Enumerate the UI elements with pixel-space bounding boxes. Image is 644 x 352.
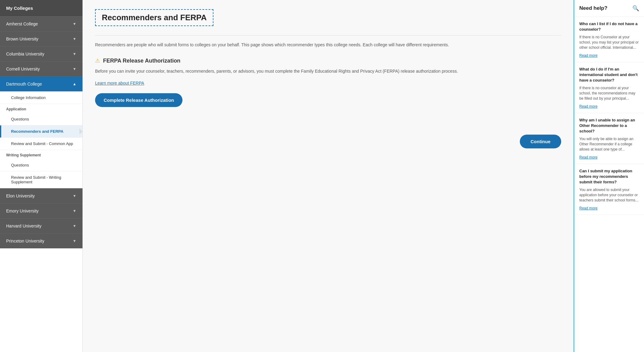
my-colleges-label: My Colleges [6, 6, 33, 11]
warning-icon: ⚠ [95, 57, 100, 64]
harvard-label: Harvard University [6, 224, 41, 228]
submenu-recommenders-wrapper: Recommenders and FERPA [0, 125, 82, 138]
sidebar-item-dartmouth[interactable]: Dartmouth College ▲ [0, 76, 82, 91]
princeton-label: Princeton University [6, 239, 44, 243]
sidebar-item-cornell[interactable]: Cornell University ▼ [0, 61, 82, 76]
help-panel: Need help? 🔍 Who can I list if I do not … [573, 0, 644, 352]
help-question-2: Why am I unable to assign an Other Recom… [579, 117, 639, 134]
help-answer-2: You will only be able to assign an Other… [579, 136, 639, 152]
help-question-1: What do I do if I'm an international stu… [579, 67, 639, 83]
submenu-recommenders-ferpa[interactable]: Recommenders and FERPA [0, 125, 82, 138]
chevron-down-icon: ▼ [73, 52, 76, 56]
intro-text: Recommenders are people who will submit … [95, 42, 561, 48]
help-read-more-2[interactable]: Read more [579, 155, 597, 159]
sidebar-item-brown[interactable]: Brown University ▼ [0, 31, 82, 46]
help-read-more-1[interactable]: Read more [579, 104, 597, 109]
help-answer-1: If there is no counselor at your school,… [579, 86, 639, 101]
chevron-down-icon: ▼ [73, 37, 76, 41]
sidebar-item-harvard[interactable]: Harvard University ▼ [0, 218, 82, 233]
sidebar-item-amherst[interactable]: Amherst College ▼ [0, 16, 82, 31]
chevron-down-icon: ▼ [73, 239, 76, 243]
sidebar-item-princeton[interactable]: Princeton University ▼ [0, 233, 82, 248]
cornell-label: Cornell University [6, 67, 40, 71]
help-title: Need help? [579, 5, 608, 11]
submenu-writing-review[interactable]: Review and Submit - Writing Supplement [0, 171, 82, 188]
page-title-box: Recommenders and FERPA [95, 9, 213, 26]
help-item-1: What do I do if I'm an international stu… [574, 62, 644, 113]
continue-button[interactable]: Continue [520, 135, 561, 148]
chevron-down-icon: ▼ [73, 67, 76, 71]
active-arrow-icon [79, 128, 82, 135]
help-question-3: Can I submit my application before my re… [579, 168, 639, 185]
submenu-application-questions[interactable]: Questions [0, 113, 82, 125]
emory-label: Emory University [6, 209, 39, 213]
sidebar-item-elon[interactable]: Elon University ▼ [0, 188, 82, 203]
brown-label: Brown University [6, 36, 38, 41]
help-question-0: Who can I list if I do not have a counse… [579, 21, 639, 32]
help-answer-3: You are allowed to submit your applicati… [579, 187, 639, 203]
chevron-down-icon: ▼ [73, 209, 76, 213]
help-read-more-3[interactable]: Read more [579, 206, 597, 210]
ferpa-section-title: FERPA Release Authorization [103, 58, 180, 64]
title-divider [95, 35, 561, 36]
chevron-down-icon: ▼ [73, 194, 76, 198]
submenu-college-information[interactable]: College Information [0, 92, 82, 104]
ferpa-learn-more-link[interactable]: Learn more about FERPA [95, 81, 561, 86]
help-item-0: Who can I list if I do not have a counse… [574, 17, 644, 62]
page-title: Recommenders and FERPA [102, 13, 207, 22]
complete-release-button[interactable]: Complete Release Authorization [95, 93, 182, 107]
submenu-writing-questions[interactable]: Questions [0, 159, 82, 171]
help-answer-0: If there is no Counselor at your school,… [579, 35, 639, 50]
writing-supplement-section-label: Writing Supplement [0, 150, 82, 159]
submenu-review-submit-common[interactable]: Review and Submit - Common App [0, 138, 82, 150]
ferpa-description: Before you can invite your counselor, te… [95, 68, 561, 75]
chevron-down-icon: ▼ [73, 22, 76, 26]
chevron-up-icon: ▲ [73, 82, 76, 86]
chevron-down-icon: ▼ [73, 224, 76, 228]
elon-label: Elon University [6, 193, 35, 198]
help-read-more-0[interactable]: Read more [579, 53, 597, 58]
dartmouth-submenu: College Information Application Question… [0, 91, 82, 188]
sidebar: My Colleges Amherst College ▼ Brown Univ… [0, 0, 83, 352]
sidebar-item-emory[interactable]: Emory University ▼ [0, 203, 82, 218]
help-item-2: Why am I unable to assign an Other Recom… [574, 113, 644, 164]
help-header: Need help? 🔍 [574, 0, 644, 17]
bottom-action-bar: Continue [95, 125, 561, 148]
columbia-label: Columbia University [6, 52, 44, 56]
main-content: Recommenders and FERPA Recommenders are … [83, 0, 573, 352]
dartmouth-label: Dartmouth College [6, 82, 42, 86]
ferpa-section-header: ⚠ FERPA Release Authorization [95, 57, 561, 64]
amherst-label: Amherst College [6, 21, 38, 26]
application-section-label: Application [0, 104, 82, 113]
search-icon[interactable]: 🔍 [632, 5, 639, 12]
sidebar-item-my-colleges[interactable]: My Colleges [0, 0, 82, 16]
sidebar-item-columbia[interactable]: Columbia University ▼ [0, 46, 82, 61]
help-item-3: Can I submit my application before my re… [574, 164, 644, 215]
